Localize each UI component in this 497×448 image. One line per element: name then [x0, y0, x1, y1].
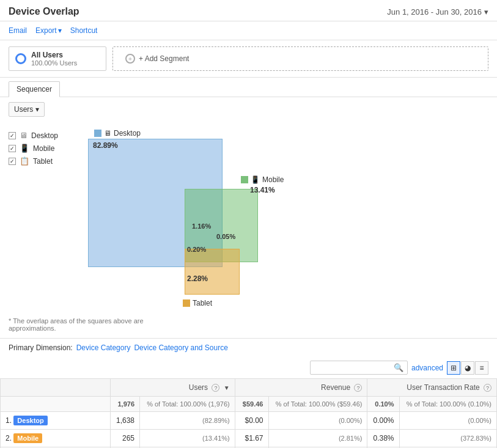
- page-header: Device Overlap Jun 1, 2016 - Jun 30, 201…: [0, 0, 497, 21]
- mobile-color-box: [241, 176, 248, 183]
- row-users-pct: (82.89%): [140, 412, 235, 430]
- total-users-pct: % of Total: 100.00% (1,976): [140, 397, 235, 412]
- search-box[interactable]: 🔍: [310, 361, 408, 375]
- mobile-chart-label: 📱 Mobile: [241, 175, 284, 184]
- toolbar: Email Export ▾ Shortcut: [0, 21, 497, 40]
- total-users: 1,976: [111, 397, 140, 412]
- total-revenue: $59.46: [235, 397, 268, 412]
- legend-item-mobile: 📱 Mobile: [9, 144, 70, 153]
- users-dropdown[interactable]: Users ▾: [9, 102, 45, 117]
- row-users-pct: (13.41%): [140, 430, 235, 447]
- segment-sub: 100.00% Users: [31, 59, 77, 67]
- desktop-checkbox[interactable]: [9, 132, 16, 139]
- primary-dimension: Primary Dimension: Device Category Devic…: [0, 338, 497, 357]
- tag-desktop: Desktop: [13, 416, 47, 425]
- total-rate: 0.10%: [367, 397, 399, 412]
- grid-view-icon[interactable]: ⊞: [447, 361, 460, 375]
- add-segment-icon: +: [125, 54, 135, 64]
- chart-area: 🖥 Desktop 📱 Mobile 📋 Tablet 🖥 Desktop 82…: [0, 122, 497, 317]
- row-users: 1,638: [111, 412, 140, 430]
- row-revenue-pct: (2.81%): [268, 430, 367, 447]
- col-header-rate: User Transaction Rate ?: [367, 379, 497, 397]
- tablet-color-box: [183, 299, 190, 307]
- row-users: 265: [111, 430, 140, 447]
- row-revenue-pct: (0.00%): [268, 412, 367, 430]
- export-button[interactable]: Export ▾: [35, 26, 62, 35]
- chart-note: * The overlap areas of the squares above…: [0, 317, 183, 338]
- segment-bar: All Users 100.00% Users + + Add Segment: [0, 40, 497, 78]
- mobile-checkbox[interactable]: [9, 145, 16, 152]
- total-label: [1, 397, 111, 412]
- mobile-pct-label: 13.41%: [250, 186, 275, 194]
- tablet-device-icon: 📋: [20, 156, 29, 166]
- desktop-chart-label: 🖥 Desktop: [94, 129, 141, 138]
- table-controls: 🔍 advanced ⊞ ◕ ≡: [0, 357, 497, 378]
- all-users-segment: All Users 100.00% Users: [9, 46, 106, 71]
- export-arrow-icon: ▾: [58, 26, 62, 35]
- venn-diagram: 🖥 Desktop 82.89% 📱 Mobile 13.41% Tablet …: [88, 128, 345, 305]
- desktop-pct-label: 82.89%: [93, 141, 118, 150]
- pie-view-icon[interactable]: ◕: [461, 361, 474, 375]
- dropdown-arrow-icon: ▾: [35, 105, 39, 114]
- row-revenue: $0.00: [235, 412, 268, 430]
- revenue-info-icon: ?: [354, 384, 362, 392]
- row-num: 2. Mobile: [1, 430, 111, 447]
- tag-mobile: Mobile: [13, 433, 42, 443]
- chart-legend: 🖥 Desktop 📱 Mobile 📋 Tablet: [9, 128, 70, 305]
- list-view-icon[interactable]: ≡: [475, 361, 488, 375]
- search-input[interactable]: [314, 364, 394, 372]
- col-header-users: Users ? ▼: [111, 379, 235, 397]
- desktop-device-icon: 🖥: [20, 131, 28, 140]
- segment-label: All Users: [31, 51, 77, 59]
- row-rate: 0.00%: [367, 412, 399, 430]
- desktop-mobile-pct: 1.16%: [192, 222, 211, 230]
- add-segment-button[interactable]: + + Add Segment: [112, 46, 488, 71]
- date-dropdown-icon[interactable]: ▾: [484, 7, 488, 17]
- tab-sequencer[interactable]: Sequencer: [9, 81, 60, 97]
- device-category-link[interactable]: Device Category: [76, 343, 131, 352]
- total-rate-pct: % of Total: 100.00% (0.10%): [399, 397, 496, 412]
- mobile-device-icon: 📱: [20, 144, 29, 153]
- table-row: 1. Desktop1,638(82.89%)$0.00(0.00%)0.00%…: [1, 412, 497, 430]
- view-icons: ⊞ ◕ ≡: [447, 361, 488, 375]
- row-rate-pct: (372.83%): [399, 430, 496, 447]
- rate-info-icon: ?: [484, 384, 491, 392]
- device-category-source-link[interactable]: Device Category and Source: [134, 343, 227, 352]
- col-header-revenue: Revenue ?: [235, 379, 367, 397]
- table-header-row: Users ? ▼ Revenue ? User Transaction Rat…: [1, 379, 497, 397]
- legend-item-desktop: 🖥 Desktop: [9, 131, 70, 140]
- row-rate: 0.38%: [367, 430, 399, 447]
- tab-bar: Sequencer: [0, 78, 497, 97]
- mobile-device-chart-icon: 📱: [251, 175, 260, 184]
- search-icon[interactable]: 🔍: [394, 363, 403, 372]
- tablet-rect: [185, 249, 240, 295]
- shortcut-button[interactable]: Shortcut: [70, 26, 98, 35]
- tablet-pct-label: 2.28%: [187, 274, 208, 283]
- users-info-icon: ?: [212, 384, 219, 392]
- legend-item-tablet: 📋 Tablet: [9, 156, 70, 166]
- col-header-dimension: [1, 379, 111, 397]
- data-table: Users ? ▼ Revenue ? User Transaction Rat…: [0, 378, 497, 448]
- users-sort-icon[interactable]: ▼: [224, 384, 230, 391]
- segment-circle-icon: [15, 53, 26, 64]
- tablet-chart-label: Tablet: [183, 299, 212, 307]
- desktop-color-box: [94, 130, 101, 137]
- tablet-checkbox[interactable]: [9, 158, 16, 165]
- controls: Users ▾: [0, 97, 497, 122]
- mobile-tablet-pct: 0.05%: [216, 233, 235, 240]
- table-total-row: 1,976 % of Total: 100.00% (1,976) $59.46…: [1, 397, 497, 412]
- total-revenue-pct: % of Total: 100.00% ($59.46): [268, 397, 367, 412]
- table-row: 2. Mobile265(13.41%)$1.67(2.81%)0.38%(37…: [1, 430, 497, 447]
- advanced-link[interactable]: advanced: [411, 364, 443, 372]
- date-range[interactable]: Jun 1, 2016 - Jun 30, 2016 ▾: [387, 7, 488, 17]
- email-button[interactable]: Email: [9, 26, 27, 35]
- page-title: Device Overlap: [9, 6, 79, 17]
- row-revenue: $1.67: [235, 430, 268, 447]
- row-num: 1. Desktop: [1, 412, 111, 430]
- desktop-tablet-pct: 0.20%: [187, 246, 206, 253]
- desktop-device-chart-icon: 🖥: [104, 129, 111, 138]
- row-rate-pct: (0.00%): [399, 412, 496, 430]
